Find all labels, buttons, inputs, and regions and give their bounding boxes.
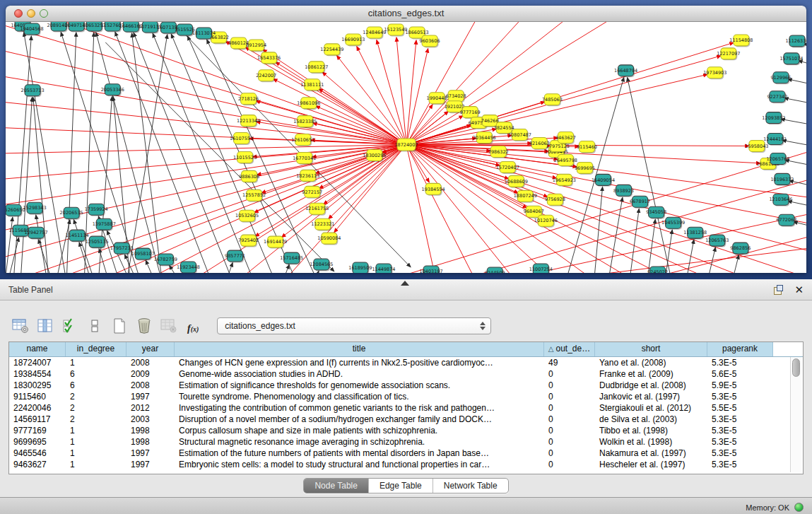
table-cell: 0 bbox=[544, 380, 595, 391]
svg-text:20053346: 20053346 bbox=[101, 87, 124, 93]
svg-text:11451134: 11451134 bbox=[66, 233, 89, 238]
svg-text:10196372: 10196372 bbox=[770, 177, 794, 182]
svg-text:18807249: 18807249 bbox=[514, 194, 537, 199]
svg-text:20364456: 20364456 bbox=[473, 135, 496, 141]
tab-edge-table[interactable]: Edge Table bbox=[368, 479, 433, 493]
table-cell: Dudbridge et al. (2008) bbox=[595, 380, 707, 391]
svg-text:19404568: 19404568 bbox=[20, 26, 44, 32]
cytoscape-desktop: citations_edges.txt 76638229860124891295… bbox=[0, 0, 812, 279]
column-header-out_de[interactable]: △out_de… bbox=[544, 342, 595, 356]
svg-text:12065763: 12065763 bbox=[705, 238, 729, 243]
column-header-short[interactable]: short bbox=[595, 342, 707, 356]
table-row[interactable]: 2242004622012Investigating the contribut… bbox=[9, 402, 803, 414]
svg-text:6734028: 6734028 bbox=[446, 93, 466, 99]
scrollbar-thumb[interactable] bbox=[792, 358, 800, 377]
table-cell: 9465546 bbox=[9, 448, 66, 459]
svg-text:11015523: 11015523 bbox=[233, 155, 257, 160]
table-cell: 5.3E-5 bbox=[707, 357, 773, 368]
svg-text:19734903: 19734903 bbox=[703, 70, 726, 76]
table-cell: 1997 bbox=[126, 391, 175, 402]
svg-text:12093852: 12093852 bbox=[762, 115, 785, 121]
splitter-handle[interactable] bbox=[401, 281, 409, 286]
citation-network-graph[interactable]: 7663822986012489129541654337622420072718… bbox=[6, 22, 806, 273]
svg-text:15123549: 15123549 bbox=[384, 27, 407, 33]
table-chooser-dropdown[interactable]: citations_edges.txt bbox=[217, 317, 491, 334]
table-cell: 2 bbox=[66, 391, 126, 402]
column-header-pagerank[interactable]: pagerank bbox=[707, 342, 773, 356]
svg-text:15958043: 15958043 bbox=[745, 144, 768, 149]
network-window-titlebar[interactable]: citations_edges.txt bbox=[6, 6, 806, 22]
svg-text:12484649: 12484649 bbox=[363, 30, 386, 35]
table-row[interactable]: 1938455462009Genome-wide association stu… bbox=[9, 368, 803, 380]
delete-table-icon[interactable] bbox=[160, 317, 178, 334]
svg-text:9684067: 9684067 bbox=[524, 209, 544, 214]
function-builder-icon[interactable]: f(x) bbox=[187, 323, 199, 334]
table-cell: 5.9E-5 bbox=[707, 380, 773, 391]
dropdown-stepper-icon bbox=[478, 320, 488, 332]
svg-text:18113074: 18113074 bbox=[192, 30, 216, 36]
svg-text:2718126: 2718126 bbox=[238, 96, 259, 102]
select-rows-icon[interactable] bbox=[61, 317, 79, 334]
svg-text:9129966: 9129966 bbox=[770, 75, 791, 81]
create-column-icon[interactable] bbox=[110, 317, 129, 334]
table-row[interactable]: 1456911722003Disruption of a novel membe… bbox=[9, 414, 803, 425]
svg-text:8938923: 8938923 bbox=[613, 188, 634, 194]
svg-text:11381111: 11381111 bbox=[300, 82, 324, 88]
column-header-in_degree[interactable]: in_degree bbox=[66, 342, 126, 356]
svg-text:9886308: 9886308 bbox=[239, 174, 259, 180]
svg-text:12942757: 12942757 bbox=[25, 230, 48, 235]
close-window-button[interactable] bbox=[14, 9, 23, 18]
column-header-year[interactable]: year bbox=[126, 342, 175, 356]
svg-text:1990448: 1990448 bbox=[427, 95, 447, 101]
table-cell: 1998 bbox=[126, 436, 175, 448]
table-vertical-scrollbar[interactable] bbox=[790, 357, 801, 472]
svg-text:11449874: 11449874 bbox=[372, 267, 395, 272]
table-row[interactable]: 946362711997Embryonic stem cells: a mode… bbox=[9, 459, 803, 470]
svg-text:25260650: 25260650 bbox=[6, 207, 25, 213]
table-row[interactable]: 1830029562008Estimation of significance … bbox=[9, 380, 803, 391]
table-cell: 1 bbox=[66, 357, 126, 368]
table-mode-icon[interactable] bbox=[11, 317, 30, 334]
table-cell: 0 bbox=[544, 425, 595, 436]
table-cell: 2008 bbox=[126, 357, 175, 368]
table-cell: 5.3E-5 bbox=[707, 425, 773, 436]
delete-column-icon[interactable] bbox=[135, 317, 153, 334]
table-cell: 5.3E-5 bbox=[707, 459, 773, 470]
svg-text:12254439: 12254439 bbox=[320, 47, 343, 52]
table-row[interactable]: 969969511998Structural magnetic resonanc… bbox=[9, 436, 803, 448]
column-header-title[interactable]: title bbox=[175, 342, 544, 356]
row-height-icon[interactable] bbox=[86, 317, 104, 334]
memory-status-indicator[interactable] bbox=[794, 503, 804, 512]
table-row[interactable]: 1872400712008Changes of HCN gene express… bbox=[9, 357, 803, 368]
svg-text:9857771: 9857771 bbox=[225, 253, 245, 259]
svg-text:2242007: 2242007 bbox=[256, 73, 276, 78]
column-header-name[interactable]: name bbox=[9, 342, 66, 356]
svg-text:19654923: 19654923 bbox=[553, 177, 576, 183]
table-cell: 2 bbox=[66, 414, 126, 425]
table-cell: Stergiakouli et al. (2012) bbox=[595, 402, 707, 414]
table-chooser-value: citations_edges.txt bbox=[225, 321, 478, 331]
tab-node-table[interactable]: Node Table bbox=[304, 479, 368, 493]
table-row[interactable]: 911546021997Tourette syndrome. Phenomeno… bbox=[9, 391, 803, 402]
svg-text:7485063: 7485063 bbox=[542, 97, 563, 103]
svg-text:12444181: 12444181 bbox=[763, 136, 787, 142]
svg-text:16648794: 16648794 bbox=[614, 68, 637, 74]
table-cell: 5.3E-5 bbox=[707, 448, 773, 459]
close-panel-icon[interactable]: ✕ bbox=[794, 285, 804, 294]
float-panel-icon[interactable] bbox=[774, 285, 783, 294]
table-row[interactable]: 977716911998Corpus callosum shape and si… bbox=[9, 425, 803, 436]
show-columns-icon[interactable] bbox=[36, 317, 54, 334]
svg-text:12217097: 12217097 bbox=[717, 51, 740, 57]
svg-text:17359924: 17359924 bbox=[85, 206, 108, 212]
svg-text:10403197: 10403197 bbox=[420, 269, 443, 273]
table-cell: 1 bbox=[66, 436, 126, 448]
table-cell: 1997 bbox=[126, 459, 175, 470]
tab-network-table[interactable]: Network Table bbox=[433, 479, 508, 493]
table-row[interactable]: 946554611997Estimation of the future num… bbox=[9, 448, 803, 459]
table-cell: Estimation of significance thresholds fo… bbox=[175, 380, 544, 391]
zoom-window-button[interactable] bbox=[40, 9, 48, 18]
table-cell: 22420046 bbox=[9, 402, 66, 414]
network-canvas[interactable]: 7663822986012489129541654337622420072718… bbox=[6, 22, 806, 273]
minimize-window-button[interactable] bbox=[27, 9, 35, 18]
table-cell: de Silva et al. (2003) bbox=[595, 414, 707, 425]
